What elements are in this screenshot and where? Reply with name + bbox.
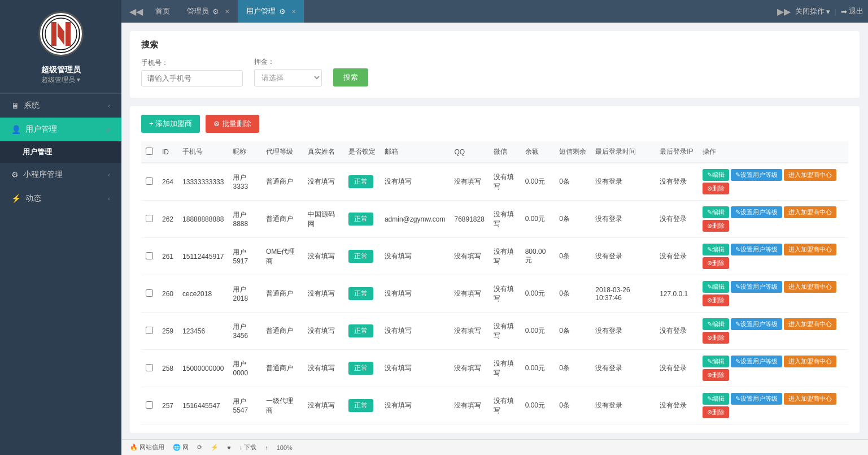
set-level-btn-4[interactable]: ✎设置用户等级 [731,318,782,330]
row-select-2[interactable] [146,252,153,259]
select-all-checkbox[interactable] [146,148,153,155]
edit-btn-4[interactable]: ✎编辑 [703,318,729,330]
deposit-select[interactable]: 请选择 有押金 无押金 [254,69,322,86]
logout-label: 退出 [849,6,863,16]
table-row: 262 18888888888 用户8888 普通商户 中国源码网 正常 adm… [141,201,848,238]
delete-btn-4[interactable]: ⊗删除 [703,332,729,344]
tab-home[interactable]: 首页 [147,0,178,23]
row-checkbox-6 [141,387,158,424]
add-user-button[interactable]: + 添加加盟商 [141,115,200,133]
logo-circle [38,11,84,57]
delete-btn-6[interactable]: ⊗删除 [703,406,729,418]
tab-admin-icon: ⚙ [212,7,219,16]
row-qq-5: 没有填写 [450,350,488,387]
edit-btn-5[interactable]: ✎编辑 [703,356,729,367]
join-btn-0[interactable]: 进入加盟商中心 [784,169,836,181]
join-btn-1[interactable]: 进入加盟商中心 [784,206,836,218]
search-title: 搜索 [141,40,848,50]
set-level-btn-6[interactable]: ✎设置用户等级 [731,393,782,405]
sidebar-logo-area: 超级管理员 超级管理员 [0,0,121,94]
tab-user-mgmt[interactable]: 用户管理 ⚙ ✕ [238,0,304,23]
join-btn-4[interactable]: 进入加盟商中心 [784,318,836,330]
table-row: 259 123456 用户3456 普通商户 没有填写 正常 没有填写 没有填写… [141,313,848,350]
row-id-5: 258 [158,350,178,387]
set-level-btn-0[interactable]: ✎设置用户等级 [731,169,782,181]
edit-btn-3[interactable]: ✎编辑 [703,281,729,293]
row-balance-1: 0.00元 [521,201,555,238]
row-nickname-6: 用户5547 [228,387,261,424]
edit-btn-1[interactable]: ✎编辑 [703,206,729,218]
edit-btn-6[interactable]: ✎编辑 [703,393,729,405]
row-phone-5: 15000000000 [178,350,228,387]
nav-back-btn[interactable]: ◀◀ [126,6,146,17]
set-level-btn-5[interactable]: ✎设置用户等级 [731,356,782,367]
set-level-btn-3[interactable]: ✎设置用户等级 [731,281,782,293]
row-select-3[interactable] [146,289,153,297]
row-select-6[interactable] [146,401,153,409]
tab-user-mgmt-close[interactable]: ✕ [291,8,296,15]
top-nav-right: 关闭操作 ▾ | ➡ 退出 [795,6,863,16]
top-nav: ◀◀ 首页 管理员 ⚙ ✕ 用户管理 ⚙ ✕ ▶▶ 关闭操作 ▾ | ➡ 退出 [121,0,868,23]
join-btn-5[interactable]: 进入加盟商中心 [784,356,836,367]
row-select-5[interactable] [146,364,153,371]
row-last-login-time-6: 没有登录 [591,387,655,424]
delete-btn-0[interactable]: ⊗删除 [703,183,729,194]
row-agent-level-5: 普通商户 [261,350,303,387]
logout-btn[interactable]: ➡ 退出 [841,6,863,16]
table-row: 257 1516445547 用户5547 一级代理商 没有填写 正常 没有填写… [141,387,848,424]
sidebar-item-user-management[interactable]: 👤 用户管理 ∨ [0,118,121,141]
delete-btn-5[interactable]: ⊗删除 [703,369,729,381]
th-balance: 余额 [521,141,555,163]
row-actions-5: ✎编辑 ✎设置用户等级 进入加盟商中心 ⊗删除 [698,350,848,387]
row-sms-4: 0条 [555,313,591,350]
row-last-login-ip-6: 没有登录 [655,387,697,424]
locked-badge-6: 正常 [348,399,373,412]
row-wechat-4: 没有填写 [489,313,521,350]
table-actions: + 添加加盟商 ⊗ 批量删除 [141,115,848,133]
sidebar-role[interactable]: 超级管理员 [41,75,80,85]
join-btn-6[interactable]: 进入加盟商中心 [784,393,836,405]
row-select-1[interactable] [146,215,153,222]
row-select-4[interactable] [146,327,153,334]
delete-btn-1[interactable]: ⊗删除 [703,220,729,232]
sidebar: 超级管理员 超级管理员 🖥 系统 ‹ 👤 用户管理 ∨ 用户管理 ⚙ [0,0,121,455]
join-btn-3[interactable]: 进入加盟商中心 [784,281,836,293]
sidebar-label-user: 用户管理 [25,124,57,135]
row-select-0[interactable] [146,177,153,185]
close-ops-btn[interactable]: 关闭操作 ▾ [795,6,830,16]
search-button[interactable]: 搜索 [333,68,368,86]
edit-btn-0[interactable]: ✎编辑 [703,169,729,181]
sidebar-item-dynamic[interactable]: ⚡ 动态 ‹ [0,187,121,210]
sidebar-item-mini-program[interactable]: ⚙ 小程序管理 ‹ [0,163,121,187]
nav-forward-btn[interactable]: ▶▶ [774,6,794,17]
mini-icon: ⚙ [11,170,19,179]
set-level-btn-2[interactable]: ✎设置用户等级 [731,244,782,255]
row-wechat-1: 没有填写 [489,201,521,238]
edit-btn-2[interactable]: ✎编辑 [703,244,729,255]
sidebar-menu: 🖥 系统 ‹ 👤 用户管理 ∨ 用户管理 ⚙ 小程序管理 ‹ [0,94,121,455]
delete-btn-3[interactable]: ⊗删除 [703,294,729,306]
dynamic-arrow: ‹ [108,195,110,202]
th-wechat: 微信 [489,141,521,163]
user-table: ID 手机号 昵称 代理等级 真实姓名 是否锁定 邮箱 QQ 微信 余额 短信剩… [141,141,848,424]
sidebar-sub-item-user-list[interactable]: 用户管理 [0,141,121,163]
set-level-btn-1[interactable]: ✎设置用户等级 [731,206,782,218]
row-id-1: 262 [158,201,178,238]
row-locked-4: 正常 [344,313,380,350]
locked-badge-1: 正常 [348,213,373,226]
join-btn-2[interactable]: 进入加盟商中心 [784,244,836,255]
th-id: ID [158,141,178,163]
delete-btn-2[interactable]: ⊗删除 [703,257,729,269]
sidebar-item-system[interactable]: 🖥 系统 ‹ [0,94,121,118]
tab-admin-close[interactable]: ✕ [225,8,229,15]
batch-delete-button[interactable]: ⊗ 批量删除 [206,115,259,133]
search-panel: 搜索 手机号： 押金： 请选择 有押金 无押金 搜索 [130,31,860,98]
row-nickname-2: 用户5917 [228,238,261,275]
locked-badge-2: 正常 [348,250,373,263]
tab-admin[interactable]: 管理员 ⚙ ✕ [179,0,237,23]
sidebar-label-mini: 小程序管理 [23,170,63,180]
row-email-0: 没有填写 [380,163,450,201]
phone-input[interactable] [141,70,243,86]
row-actions-6: ✎编辑 ✎设置用户等级 进入加盟商中心 ⊗删除 [698,387,848,424]
row-sms-3: 0条 [555,275,591,313]
